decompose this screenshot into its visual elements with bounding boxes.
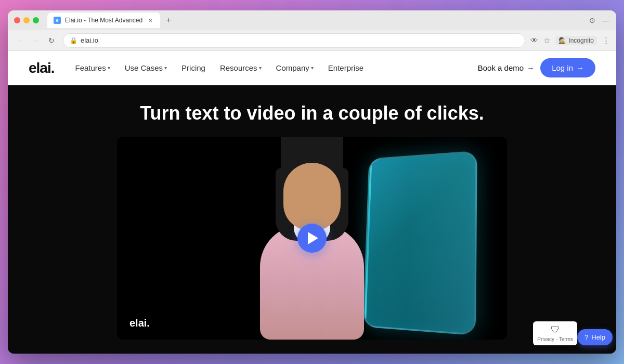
demo-arrow-icon: → (527, 64, 534, 72)
play-button[interactable] (297, 224, 327, 253)
book-demo-label: Book a demo (478, 63, 524, 72)
nav-pricing[interactable]: Pricing (181, 63, 205, 72)
incognito-icon: 🕵 (558, 37, 566, 44)
nav-resources-label: Resources (220, 63, 257, 72)
privacy-label: Privacy - Terms (537, 336, 573, 342)
eye-slash-icon: 👁 (530, 36, 538, 45)
minimize-icon[interactable]: — (602, 16, 610, 24)
cast-icon: ⊙ (589, 16, 597, 24)
traffic-lights (14, 17, 39, 23)
hero-section: Turn text to video in a couple of clicks… (8, 85, 616, 354)
book-demo-button[interactable]: Book a demo → (478, 63, 534, 72)
tab-title: Elai.io - The Most Advanced (65, 17, 142, 24)
url-text: elai.io (81, 36, 98, 44)
website-content: elai. Features ▾ Use Cases ▾ Pricing Res… (8, 51, 616, 354)
nav-use-cases-label: Use Cases (125, 63, 163, 72)
tab-end-icons: ⊙ — (589, 16, 610, 24)
incognito-label: Incognito (568, 37, 594, 44)
nav-enterprise[interactable]: Enterprise (328, 63, 363, 72)
bookmark-icon[interactable]: ☆ (543, 36, 550, 45)
nav-actions: Book a demo → Log in → (478, 58, 595, 77)
close-window-button[interactable] (14, 17, 20, 23)
privacy-logo: 🛡 (551, 324, 560, 335)
tab-close-button[interactable]: ✕ (147, 17, 154, 24)
url-bar[interactable]: 🔒 elai.io (63, 33, 525, 48)
nav-links: Features ▾ Use Cases ▾ Pricing Resources… (75, 63, 477, 72)
use-cases-chevron-icon: ▾ (164, 65, 167, 71)
nav-resources[interactable]: Resources ▾ (220, 63, 262, 72)
help-icon: ? (584, 333, 588, 341)
address-right-icons: 👁 ☆ 🕵 Incognito ⋮ (530, 36, 610, 45)
nav-features-label: Features (75, 63, 106, 72)
reload-button[interactable]: ↻ (45, 34, 58, 47)
login-button[interactable]: Log in → (540, 58, 595, 77)
play-icon (308, 232, 318, 244)
help-widget[interactable]: ? Help (577, 329, 613, 345)
active-tab[interactable]: e Elai.io - The Most Advanced ✕ (47, 12, 160, 28)
nav-enterprise-label: Enterprise (328, 63, 363, 72)
new-tab-button[interactable]: + (162, 14, 175, 27)
phone-highlight (406, 152, 475, 334)
nav-buttons: ← → ↻ (14, 34, 58, 47)
hero-video[interactable]: elai. (117, 137, 507, 340)
video-logo: elai. (129, 317, 150, 329)
minimize-window-button[interactable] (23, 17, 30, 23)
title-bar: e Elai.io - The Most Advanced ✕ + ⊙ — (8, 10, 616, 30)
incognito-badge: 🕵 Incognito (555, 36, 597, 45)
nav-features[interactable]: Features ▾ (75, 63, 110, 72)
back-button[interactable]: ← (14, 34, 27, 47)
login-arrow-icon: → (576, 63, 584, 72)
site-nav: elai. Features ▾ Use Cases ▾ Pricing Res… (8, 51, 616, 85)
forward-button[interactable]: → (30, 34, 42, 47)
avatar-head (283, 163, 341, 230)
features-chevron-icon: ▾ (108, 65, 110, 71)
resources-chevron-icon: ▾ (259, 65, 262, 71)
hero-title: Turn text to video in a couple of clicks… (140, 102, 484, 124)
nav-company[interactable]: Company ▾ (276, 63, 314, 72)
lock-icon: 🔒 (70, 37, 77, 44)
nav-company-label: Company (276, 63, 309, 72)
privacy-widget: 🛡 Privacy - Terms (533, 321, 577, 345)
maximize-window-button[interactable] (33, 17, 39, 23)
help-label: Help (591, 333, 605, 341)
browser-window: e Elai.io - The Most Advanced ✕ + ⊙ — ← … (8, 10, 616, 354)
nav-use-cases[interactable]: Use Cases ▾ (125, 63, 167, 72)
tab-bar: e Elai.io - The Most Advanced ✕ + (47, 12, 585, 28)
site-logo[interactable]: elai. (29, 60, 54, 76)
address-bar: ← → ↻ 🔒 elai.io 👁 ☆ 🕵 Incognito ⋮ (8, 30, 616, 51)
login-label: Log in (552, 63, 573, 72)
more-options-icon[interactable]: ⋮ (602, 36, 610, 45)
tab-favicon: e (54, 17, 61, 24)
company-chevron-icon: ▾ (311, 65, 314, 71)
nav-pricing-label: Pricing (181, 63, 205, 72)
